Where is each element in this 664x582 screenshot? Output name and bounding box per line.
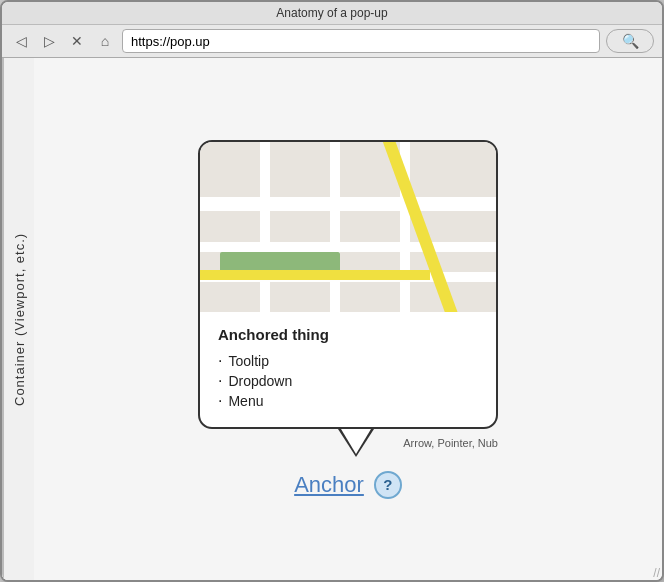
list-item-label: Menu (228, 393, 263, 409)
help-icon[interactable]: ? (374, 471, 402, 499)
close-button[interactable]: ✕ (66, 30, 88, 52)
map-yellow-road (381, 142, 468, 312)
forward-button[interactable]: ▷ (38, 30, 60, 52)
bullet-icon: · (218, 353, 222, 369)
bullet-icon: · (218, 393, 222, 409)
url-bar[interactable] (122, 29, 600, 53)
list-item: · Menu (218, 391, 478, 411)
sidebar-label: Container (Viewport, etc.) (2, 58, 34, 580)
map-road (200, 197, 496, 211)
search-button[interactable]: 🔍 (606, 29, 654, 53)
arrow-label: Arrow, Pointer, Nub (403, 437, 498, 449)
browser-window: Anatomy of a pop-up ◁ ▷ ✕ ⌂ 🔍 Container … (0, 0, 664, 582)
popup-arrow-inner (341, 429, 371, 454)
popup-arrow-container: Arrow, Pointer, Nub (198, 429, 498, 465)
popup-title: Anchored thing (218, 326, 478, 343)
list-item-label: Dropdown (228, 373, 292, 389)
list-item: · Tooltip (218, 351, 478, 371)
map-yellow-road-h (200, 270, 430, 280)
anchor-link[interactable]: Anchor (294, 472, 364, 498)
map-road (260, 142, 270, 312)
main-content: Anchored thing · Tooltip · Dropdown (34, 58, 662, 580)
map-area (200, 142, 496, 312)
map-road (200, 242, 496, 252)
popup-container: Anchored thing · Tooltip · Dropdown (198, 140, 498, 499)
nav-bar: ◁ ▷ ✕ ⌂ 🔍 (2, 24, 662, 57)
page-content: Container (Viewport, etc.) (2, 58, 662, 580)
map-road (330, 142, 340, 312)
bullet-icon: · (218, 373, 222, 389)
popup-list: · Tooltip · Dropdown · Menu (218, 351, 478, 411)
popup-box: Anchored thing · Tooltip · Dropdown (198, 140, 498, 429)
resize-handle: // (653, 566, 660, 580)
window-title: Anatomy of a pop-up (276, 6, 387, 20)
title-bar: Anatomy of a pop-up ◁ ▷ ✕ ⌂ 🔍 (2, 2, 662, 58)
list-item: · Dropdown (218, 371, 478, 391)
anchor-row: Anchor ? (294, 471, 402, 499)
list-item-label: Tooltip (228, 353, 268, 369)
back-button[interactable]: ◁ (10, 30, 32, 52)
home-button[interactable]: ⌂ (94, 30, 116, 52)
popup-text-area: Anchored thing · Tooltip · Dropdown (200, 312, 496, 427)
